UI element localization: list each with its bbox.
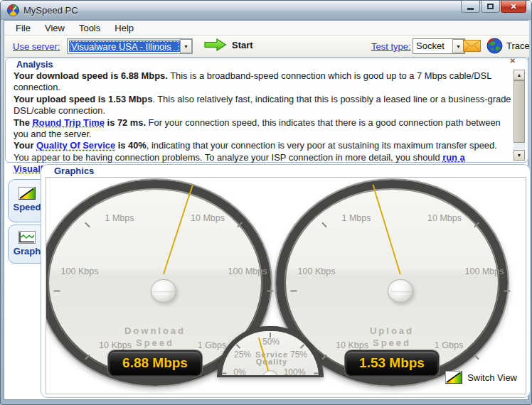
menu-help[interactable]: Help bbox=[107, 21, 141, 35]
upload-gauge-name: Upload Speed bbox=[284, 325, 499, 349]
close-button[interactable]: ✕ bbox=[501, 1, 526, 13]
scale-label: 100 Kbps bbox=[298, 266, 336, 276]
tick-mark bbox=[291, 291, 297, 292]
gauge-canvas: 10 Kbps 100 Kbps 1 Mbps 10 Mbps 100 Mbps… bbox=[46, 177, 526, 394]
gauge-name-line: Speed bbox=[284, 337, 499, 349]
title-bar[interactable]: MySpeed PC ✕ bbox=[1, 1, 531, 20]
arrow-up-icon: ▲ bbox=[517, 72, 522, 77]
trace-button[interactable]: Trace bbox=[486, 38, 530, 54]
problems-detail: You appear to be having connection probl… bbox=[14, 152, 442, 163]
server-select-value: Visualware USA - Illinois bbox=[69, 40, 180, 52]
tick-mark bbox=[474, 355, 479, 360]
email-report-button[interactable] bbox=[463, 40, 481, 55]
quality-gauge-name: Service Quality bbox=[255, 351, 288, 365]
menu-view[interactable]: View bbox=[38, 21, 72, 35]
minimize-icon bbox=[467, 8, 474, 10]
gauge-name-line: Quality bbox=[255, 358, 288, 365]
envelope-icon bbox=[463, 40, 481, 52]
upload-value-badge: 1.53 Mbps bbox=[345, 350, 439, 377]
rtt-statement-pre: The bbox=[14, 117, 33, 128]
scrollbar-thumb[interactable] bbox=[514, 80, 525, 143]
trace-label: Trace bbox=[506, 40, 530, 51]
analysis-paragraph: Your upload speed is 1.53 Mbps. This als… bbox=[14, 94, 517, 117]
tick-mark bbox=[321, 222, 327, 228]
start-label: Start bbox=[232, 40, 253, 50]
use-server-link[interactable]: Use server: bbox=[13, 41, 60, 52]
scroll-up-button[interactable]: ▲ bbox=[514, 70, 525, 80]
download-hub bbox=[151, 279, 176, 303]
switch-view-label: Switch View bbox=[467, 372, 517, 383]
tick-mark bbox=[504, 291, 511, 292]
rtt-statement-post: is 72 ms. bbox=[105, 117, 146, 128]
qos-detail: , indicating that your connection is ver… bbox=[147, 140, 497, 151]
graphics-title: Graphics bbox=[54, 166, 94, 176]
scale-label: 100 Mbps bbox=[228, 266, 267, 276]
tick-mark bbox=[314, 373, 319, 374]
upload-hub bbox=[388, 279, 413, 303]
switch-view-button[interactable]: Switch View bbox=[445, 371, 517, 384]
menu-tools[interactable]: Tools bbox=[72, 21, 107, 35]
start-arrow-icon bbox=[204, 38, 227, 51]
tick-mark bbox=[54, 291, 60, 292]
scale-label: 10 Mbps bbox=[191, 213, 225, 223]
tick-mark bbox=[236, 344, 240, 348]
scale-label: 75% bbox=[290, 350, 307, 360]
analysis-paragraph: Your Quality Of Service is 40%, indicati… bbox=[14, 140, 517, 151]
scale-label: 50% bbox=[262, 337, 280, 347]
analysis-title: Analysis bbox=[16, 60, 53, 70]
test-type-select[interactable]: Socket ▼ bbox=[413, 38, 465, 54]
tick-mark bbox=[85, 222, 90, 228]
scale-label: 100 Mbps bbox=[465, 266, 504, 276]
tick-mark bbox=[237, 222, 243, 228]
download-needle bbox=[163, 185, 193, 274]
window-title: MySpeed PC bbox=[23, 5, 78, 16]
quality-hub bbox=[262, 370, 278, 377]
test-type-value: Socket bbox=[413, 39, 452, 53]
analysis-panel: Analysis ✕ Your download speed is 6.88 M… bbox=[5, 58, 528, 163]
app-logo-icon bbox=[7, 4, 19, 16]
speedometer-icon bbox=[445, 371, 462, 384]
download-speed-statement: Your download speed is 6.88 Mbps. bbox=[14, 70, 168, 81]
scale-label: 0% bbox=[233, 367, 245, 377]
analysis-close-icon[interactable]: ✕ bbox=[510, 57, 516, 65]
round-trip-time-link[interactable]: Round Trip Time bbox=[33, 117, 105, 128]
quality-of-service-link[interactable]: Quality Of Service bbox=[36, 140, 115, 151]
scale-label: 100 Kbps bbox=[61, 266, 99, 276]
tick-mark bbox=[321, 355, 327, 360]
scale-label: 100% bbox=[284, 367, 306, 377]
gauge-name-line: Download bbox=[48, 325, 262, 337]
tick-mark bbox=[474, 222, 479, 228]
menu-bar: File View Tools Help bbox=[4, 21, 529, 36]
scale-label: 1 Mbps bbox=[105, 213, 134, 223]
minimize-button[interactable] bbox=[461, 1, 480, 13]
maximize-button[interactable] bbox=[481, 1, 500, 13]
start-button[interactable]: Start bbox=[204, 38, 253, 51]
upload-speed-statement: Your upload speed is 1.53 Mbps bbox=[14, 94, 152, 104]
scale-label: 25% bbox=[234, 350, 251, 360]
globe-icon bbox=[486, 38, 503, 54]
gauge-name-line: Upload bbox=[284, 325, 499, 337]
tick-mark bbox=[85, 355, 90, 360]
tick-mark bbox=[267, 291, 274, 292]
server-select[interactable]: Visualware USA - Illinois ▼ bbox=[67, 38, 193, 54]
tick-mark bbox=[222, 373, 227, 374]
test-type-link[interactable]: Test type: bbox=[371, 41, 411, 52]
toolbar: Use server: Visualware USA - Illinois ▼ … bbox=[4, 36, 529, 58]
download-value-badge: 6.88 Mbps bbox=[108, 350, 202, 377]
chevron-down-icon: ▼ bbox=[456, 44, 461, 49]
menu-file[interactable]: File bbox=[9, 21, 38, 35]
chevron-down-icon: ▼ bbox=[183, 44, 188, 49]
tab-graph-label: Graph bbox=[14, 246, 41, 256]
scale-label: 1 Mbps bbox=[342, 213, 371, 223]
tick-mark bbox=[300, 344, 304, 348]
analysis-text: Your download speed is 6.88 Mbps. This i… bbox=[14, 70, 517, 176]
qos-statement-post: is 40% bbox=[115, 140, 147, 151]
arrow-down-icon: ▼ bbox=[517, 153, 522, 158]
speedometer-icon bbox=[18, 187, 36, 200]
scroll-down-button[interactable]: ▼ bbox=[514, 150, 525, 161]
line-graph-icon bbox=[18, 231, 36, 244]
analysis-scrollbar[interactable]: ▲ ▼ bbox=[514, 70, 525, 161]
graphics-panel: Graphics 10 Kbps 100 Kbps 1 Mbps 10 Mbps… bbox=[41, 164, 531, 398]
server-select-arrow-button[interactable]: ▼ bbox=[180, 39, 192, 53]
maximize-icon bbox=[487, 4, 494, 9]
